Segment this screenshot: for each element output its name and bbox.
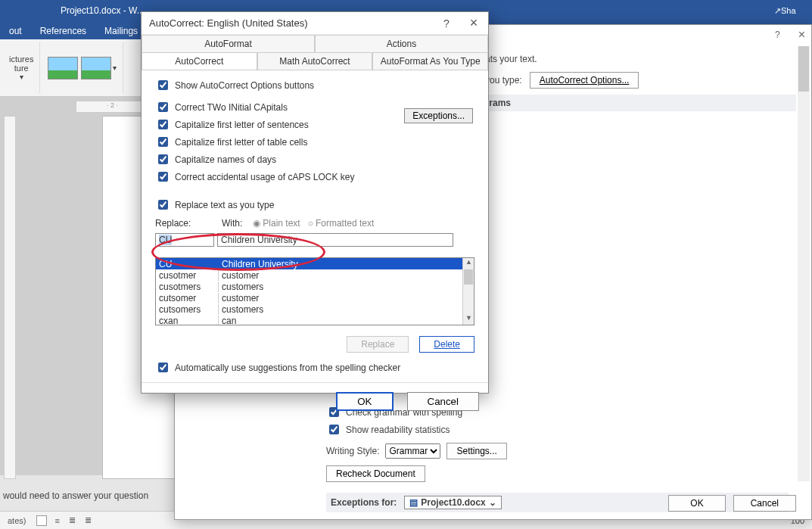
plain-text-radio: ◉ Plain text [253, 218, 300, 229]
dialog-scrollbar[interactable] [798, 46, 810, 481]
replace-input[interactable]: CU [155, 233, 214, 247]
names-of-days-checkbox[interactable]: Capitalize names of days [155, 151, 474, 168]
list-icon-3[interactable]: ≣ [85, 515, 92, 525]
tab-mailings[interactable]: Mailings [95, 23, 147, 39]
programs-header: rograms [470, 95, 796, 111]
list-item[interactable]: cusotmercustomer [156, 269, 474, 281]
writing-style-label: Writing Style: [326, 446, 379, 456]
tab-layout[interactable]: out [0, 23, 31, 39]
tab-actions[interactable]: Actions [315, 35, 488, 52]
show-options-checkbox[interactable]: Show AutoCorrect Options buttons [155, 76, 474, 94]
help-icon[interactable]: ? [775, 30, 780, 40]
with-label: With: [222, 218, 242, 229]
cancel-button[interactable]: Cancel [407, 392, 480, 411]
ok-button[interactable]: OK [336, 392, 393, 411]
body-text-fragment: would need to answer your question [3, 490, 148, 501]
close-icon[interactable]: × [798, 28, 805, 42]
exceptions-file-select[interactable]: ▤ Project10.docx ⌄ [404, 496, 501, 509]
list-item[interactable]: cutsomerscustomers [156, 303, 474, 315]
dialog-tabs: AutoFormat Actions AutoCorrect Math Auto… [142, 35, 488, 70]
list-scrollbar[interactable]: ▲ ▼ [462, 258, 474, 325]
replace-label: Replace: [155, 218, 214, 229]
autocorrect-list[interactable]: CUChildren Universitycusotmercustomercus… [155, 257, 474, 325]
picture-thumb-2[interactable] [81, 57, 111, 79]
picture-gallery[interactable]: ▾ [40, 42, 123, 93]
tab-autoformat-type[interactable]: AutoFormat As You Type [372, 52, 488, 70]
list-item[interactable]: cutsomercustomer [156, 292, 474, 303]
ok-button[interactable]: OK [668, 495, 725, 512]
caps-lock-checkbox[interactable]: Correct accidental usage of cAPS LOCK ke… [155, 168, 474, 185]
autocorrect-options-button[interactable]: AutoCorrect Options... [530, 72, 639, 89]
scroll-up-icon[interactable]: ▲ [463, 258, 474, 269]
help-icon[interactable]: ? [440, 17, 453, 30]
settings-button[interactable]: Settings... [446, 443, 506, 459]
tab-references[interactable]: References [31, 23, 95, 39]
list-item[interactable]: cusotmerscustomers [156, 281, 474, 292]
autocorrect-dialog: AutoCorrect: English (United States) ? ×… [141, 11, 489, 394]
ruler-vertical [4, 116, 16, 479]
replace-text-checkbox[interactable]: Replace text as you type [155, 196, 474, 213]
document-name: Project10.docx - W... [61, 5, 145, 16]
list-item[interactable]: CUChildren University [156, 258, 474, 269]
list-icon[interactable]: ≡ [54, 516, 59, 525]
word-doc-icon: ▤ [409, 497, 418, 508]
autocorrect-label: you type: [485, 75, 522, 86]
tab-autocorrect[interactable]: AutoCorrect [142, 52, 257, 70]
with-input[interactable]: Children University [217, 233, 453, 247]
recheck-document-button[interactable]: Recheck Document [326, 465, 425, 482]
delete-button[interactable]: Delete [419, 336, 474, 353]
dialog-title: AutoCorrect: English (United States) [149, 17, 308, 29]
exceptions-button[interactable]: Exceptions... [404, 108, 473, 123]
formatted-text-radio: ○ Formatted text [308, 218, 375, 229]
close-icon[interactable]: × [467, 15, 481, 31]
first-letter-table-checkbox[interactable]: Capitalize first letter of table cells [155, 133, 474, 151]
tab-autoformat[interactable]: AutoFormat [142, 35, 315, 52]
status-icon-1[interactable] [36, 515, 47, 526]
list-icon-2[interactable]: ≣ [69, 515, 76, 525]
scroll-down-icon[interactable]: ▼ [463, 314, 474, 325]
pictures-group: ictures ture ▾ [3, 42, 40, 93]
share-button[interactable]: ↗ Sha [774, 2, 804, 20]
status-text: ates) [8, 516, 26, 525]
replace-button: Replace [347, 336, 409, 353]
tab-math-autocorrect[interactable]: Math AutoCorrect [257, 52, 373, 70]
list-item[interactable]: cxancan [156, 315, 474, 325]
picture-thumb-1[interactable] [48, 57, 78, 79]
suggestions-checkbox[interactable]: Automatically use suggestions from the s… [155, 359, 474, 376]
readability-checkbox[interactable]: Show readability statistics [326, 421, 789, 438]
writing-style-select[interactable]: Grammar [385, 443, 440, 459]
cancel-button[interactable]: Cancel [733, 495, 796, 512]
